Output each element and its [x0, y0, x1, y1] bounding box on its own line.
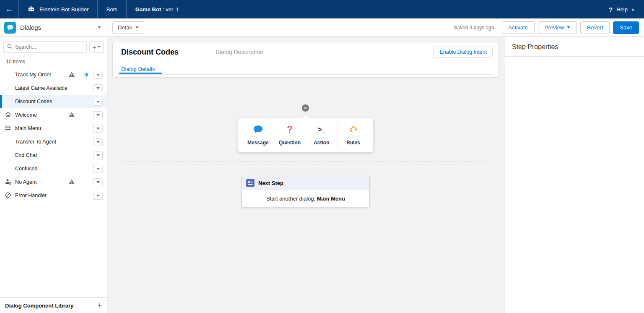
warning-icon [68, 179, 75, 186]
revert-button[interactable]: Revert [580, 21, 610, 34]
next-step-body: Start another dialog: Main Menu [242, 190, 369, 207]
app-title-section: Einstein Bot Builder [19, 0, 97, 18]
add-component-button[interactable]: + [97, 301, 102, 310]
warning-icon [68, 112, 75, 119]
back-button[interactable]: ← [0, 0, 18, 18]
sidebar-item-no-agent[interactable]: No Agent [0, 175, 107, 189]
chevron-down-icon [96, 128, 100, 130]
dialog-description-field[interactable]: Dialog Description [216, 49, 263, 55]
item-menu-button[interactable] [93, 192, 103, 200]
add-dialog-button[interactable]: + [89, 41, 104, 53]
no-agent-icon [5, 179, 11, 186]
next-step-target-dialog: Main Menu [317, 196, 345, 202]
close-add-step-button[interactable]: ✕ [302, 104, 309, 112]
chevron-down-icon [98, 26, 101, 29]
dialog-label: End Chat [15, 152, 37, 158]
dialogs-chat-icon [4, 22, 16, 34]
chevron-down-icon [96, 141, 100, 143]
back-arrow-icon: ← [5, 5, 13, 14]
palette-label: Question [279, 140, 301, 146]
item-menu-button[interactable] [93, 111, 103, 119]
terminal-prompt-icon: >_ [318, 125, 326, 134]
panel-title: Dialogs [20, 24, 41, 31]
item-menu-button[interactable] [93, 165, 103, 173]
dialog-component-library: Dialog Component Library + [0, 297, 107, 313]
next-step-text: Start another dialog: [266, 196, 317, 202]
chevron-down-icon: ∨ [631, 7, 635, 13]
toolbar: Dialogs Detail Saved 3 days ago Activate… [0, 18, 644, 37]
item-menu-button[interactable] [93, 151, 103, 159]
chevron-down-icon [96, 195, 100, 197]
dialog-header-card: Discount Codes Dialog Description Enable… [112, 42, 499, 78]
menu-icon [5, 125, 11, 131]
palette-rules[interactable]: Rules [337, 123, 369, 148]
item-menu-button[interactable] [93, 84, 103, 92]
preview-button[interactable]: Preview [538, 21, 577, 34]
item-count: 10 Items [0, 55, 107, 68]
sidebar-item-latest-game-available[interactable]: Latest Game Available [0, 81, 107, 95]
item-menu-button[interactable] [93, 98, 103, 106]
global-header: ← Einstein Bot Builder Bots Game Bot : v… [0, 0, 644, 18]
chevron-down-icon [96, 87, 100, 89]
dialog-label: Transfer To Agent [15, 139, 56, 145]
dialog-canvas: Discount Codes Dialog Description Enable… [107, 37, 505, 313]
dialog-label: No Agent [15, 179, 36, 185]
ban-icon [5, 192, 11, 199]
item-menu-button[interactable] [93, 125, 103, 133]
dialog-label: Latest Game Available [15, 85, 68, 91]
view-mode-select[interactable]: Detail [112, 21, 144, 34]
step-properties-panel: Step Properties [505, 37, 644, 313]
palette-label: Rules [346, 140, 360, 146]
chevron-down-icon [96, 181, 100, 183]
chevron-down-icon [96, 74, 100, 76]
intent-indicator-icon [84, 73, 88, 77]
chevron-down-icon [98, 46, 100, 48]
search-box[interactable] [3, 41, 87, 53]
chevron-down-icon [135, 26, 139, 29]
save-button[interactable]: Save [613, 21, 639, 34]
next-step-card[interactable]: Next Step Start another dialog: Main Men… [242, 176, 370, 207]
message-chat-bubble-icon [253, 125, 263, 136]
sidebar-item-welcome[interactable]: Welcome [0, 108, 107, 122]
palette-question[interactable]: ? Question [274, 123, 306, 148]
help-label: Help [616, 6, 628, 13]
search-row: + [0, 37, 107, 55]
palette-message[interactable]: Message [242, 123, 274, 148]
help-menu[interactable]: ? Help ∨ [609, 0, 644, 18]
sidebar-item-main-menu[interactable]: Main Menu [0, 122, 107, 135]
tab-game-bot[interactable]: Game Bot : ver. 1 [127, 0, 188, 18]
dialog-label: Main Menu [15, 125, 41, 131]
activate-button[interactable]: Activate [502, 21, 535, 34]
item-menu-button[interactable] [93, 71, 103, 79]
sidebar-item-track-my-order[interactable]: Track My Order [0, 68, 107, 81]
palette-action[interactable]: >_ Action [306, 123, 338, 148]
item-menu-button[interactable] [93, 138, 103, 146]
sidebar-item-error-handler[interactable]: Error Handler [0, 189, 107, 202]
dialog-label: Discount Codes [15, 99, 52, 104]
sidebar-item-discount-codes[interactable]: Discount Codes [0, 95, 107, 108]
chevron-down-icon [96, 154, 100, 156]
question-mark-icon: ? [287, 125, 293, 134]
search-icon [7, 43, 13, 51]
step-type-palette: Message ? Question >_ Action Rules [238, 118, 374, 152]
bot-robot-icon [27, 5, 35, 13]
next-step-header: Next Step [242, 176, 369, 190]
plus-icon: + [93, 44, 96, 51]
dialog-list: Track My Order Latest Game Available Dis… [0, 68, 107, 297]
bot-name: Game Bot [135, 6, 161, 13]
enable-dialog-intent-button[interactable]: Enable Dialog Intent [434, 47, 493, 58]
sidebar-item-end-chat[interactable]: End Chat [0, 149, 107, 162]
next-step-icon [246, 179, 254, 187]
tab-dialog-details[interactable]: Dialog Details [121, 66, 155, 76]
panel-selector[interactable]: Dialogs [0, 18, 107, 37]
tab-bots[interactable]: Bots [98, 0, 126, 18]
sidebar-item-confused[interactable]: Confused [0, 162, 107, 175]
home-icon [5, 112, 11, 118]
chevron-down-icon [96, 168, 100, 170]
search-input[interactable] [15, 44, 83, 50]
dialog-title: Discount Codes [121, 48, 179, 57]
bot-version: : ver. 1 [161, 6, 179, 13]
item-menu-button[interactable] [93, 178, 103, 186]
chevron-down-icon [567, 26, 570, 29]
sidebar-item-transfer-to-agent[interactable]: Transfer To Agent [0, 135, 107, 149]
